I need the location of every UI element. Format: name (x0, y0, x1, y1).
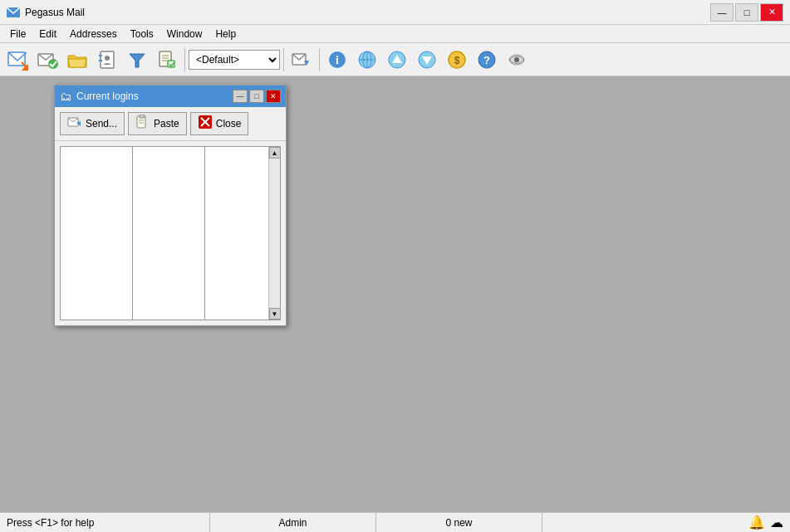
dialog-icon: 🗂 (60, 90, 71, 103)
status-icons: 🔔 ☁ (742, 513, 790, 532)
dialog-title: Current logins (76, 90, 233, 102)
svg-point-5 (48, 59, 58, 69)
dialog-scrollbar: ▲ ▼ (268, 147, 280, 320)
user-label: Admin (278, 517, 307, 529)
down-btn[interactable] (413, 46, 441, 74)
separator-2 (283, 48, 284, 71)
dialog-title-bar: 🗂 Current logins — □ ✕ (55, 85, 286, 107)
dialog-minimize-btn[interactable]: — (233, 90, 248, 103)
menu-file[interactable]: File (3, 27, 32, 41)
dialog-maximize-btn[interactable]: □ (249, 90, 264, 103)
paste-icon (135, 115, 150, 133)
dialog-content: ▲ ▼ (60, 146, 281, 320)
menu-addresses[interactable]: Addresses (63, 27, 124, 41)
title-bar: Pegasus Mail — □ ✕ (0, 0, 790, 25)
new-mail-label: 0 new (445, 517, 472, 529)
menu-window[interactable]: Window (160, 27, 209, 41)
app-icon (7, 6, 20, 19)
svg-marker-10 (130, 54, 145, 67)
dialog-columns: ▲ ▼ (61, 147, 280, 320)
notification-icon[interactable]: 🔔 (748, 515, 765, 530)
current-logins-dialog: 🗂 Current logins — □ ✕ Send... (54, 85, 287, 326)
status-bar: Press <F1> for help Admin 0 new 🔔 ☁ (0, 512, 790, 532)
up-btn[interactable] (383, 46, 411, 74)
filter-btn[interactable] (123, 46, 151, 74)
help-text: Press <F1> for help (0, 513, 210, 532)
svg-rect-37 (140, 115, 145, 118)
menu-tools[interactable]: Tools (124, 27, 160, 41)
send-icon (67, 115, 82, 133)
close-dialog-button[interactable]: Close (190, 112, 249, 135)
svg-rect-7 (99, 55, 102, 56)
info-btn[interactable]: i (323, 46, 351, 74)
svg-point-33 (514, 57, 519, 62)
scroll-thumb (269, 159, 280, 308)
paste-button[interactable]: Paste (128, 112, 187, 135)
svg-text:i: i (336, 54, 339, 66)
svg-text:?: ? (483, 54, 490, 66)
close-button[interactable]: ✕ (760, 3, 783, 22)
address-book-btn[interactable] (93, 46, 121, 74)
separator-3 (319, 48, 320, 71)
cloud-icon[interactable]: ☁ (770, 515, 783, 530)
coin-btn[interactable]: $ (443, 46, 471, 74)
separator-1 (184, 48, 185, 71)
open-folder-btn[interactable] (63, 46, 91, 74)
window-controls: — □ ✕ (710, 3, 783, 22)
dialog-controls: — □ ✕ (233, 90, 281, 103)
fly-btn[interactable] (503, 46, 531, 74)
menu-edit[interactable]: Edit (32, 27, 63, 41)
paste-label: Paste (154, 118, 179, 129)
dialog-toolbar: Send... Paste (55, 107, 286, 141)
toolbar: <Default> i (0, 43, 790, 76)
maximize-button[interactable]: □ (735, 3, 758, 22)
check-mail-btn[interactable] (33, 46, 61, 74)
dialog-col-1 (61, 147, 133, 320)
dialog-close-btn[interactable]: ✕ (266, 90, 281, 103)
help-icon-btn[interactable]: ? (473, 46, 501, 74)
user-status: Admin (210, 513, 376, 532)
send-button[interactable]: Send... (60, 112, 125, 135)
new-mail-status: 0 new (376, 513, 542, 532)
scroll-up-btn[interactable]: ▲ (269, 147, 281, 159)
close-dialog-label: Close (216, 118, 242, 129)
help-label: Press <F1> for help (7, 517, 94, 529)
new-message-btn[interactable] (3, 46, 32, 74)
menu-bar: File Edit Addresses Tools Window Help (0, 25, 790, 43)
dialog-col-2 (133, 147, 205, 320)
main-area: 🗂 Current logins — □ ✕ Send... (0, 76, 790, 512)
svg-point-9 (105, 56, 110, 61)
profile-dropdown[interactable]: <Default> (189, 50, 280, 70)
send-label: Send... (86, 118, 117, 129)
scroll-down-btn[interactable]: ▼ (269, 308, 281, 320)
minimize-button[interactable]: — (710, 3, 734, 22)
menu-help[interactable]: Help (209, 27, 243, 41)
close-dialog-icon (198, 115, 213, 133)
svg-text:$: $ (454, 55, 460, 66)
receive-mail-btn[interactable] (287, 46, 316, 74)
globe-btn[interactable] (353, 46, 381, 74)
svg-rect-8 (99, 60, 102, 61)
app-title: Pegasus Mail (25, 7, 710, 18)
notepad-btn[interactable] (153, 46, 181, 74)
